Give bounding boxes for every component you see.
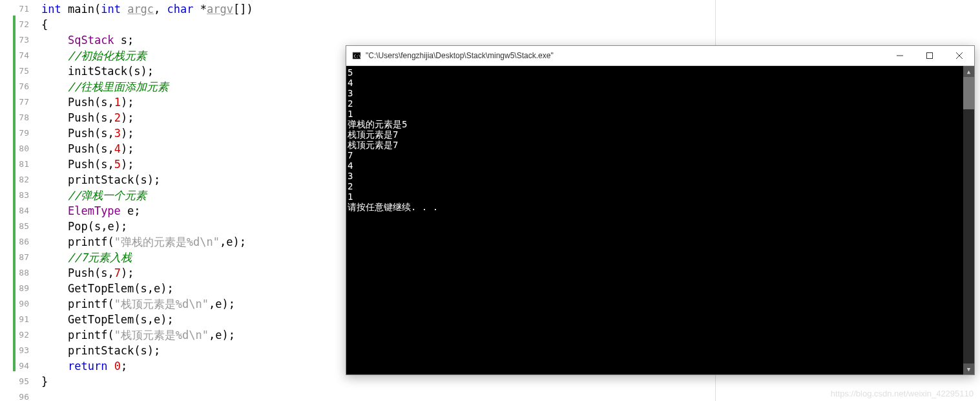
window-title: "C:\Users\fengzhijia\Desktop\Stack\mingw… [366,51,885,60]
code-line[interactable]: printf("栈顶元素是%d\n",e); [41,327,253,343]
line-number: 93 [0,343,36,358]
console-body[interactable]: 5 4 3 2 1 弹栈的元素是5 栈顶元素是7 栈顶元素是7 7 4 3 2 … [346,66,974,374]
code-line[interactable]: initStack(s); [41,63,253,79]
line-number: 89 [0,281,36,296]
line-number: 78 [0,110,36,125]
scrollbar[interactable]: ▲ ▼ [963,66,974,374]
line-number: 96 [0,389,36,401]
line-number: 87 [0,250,36,265]
code-line[interactable]: //弹栈一个元素 [41,188,253,203]
code-line[interactable]: } [41,374,253,389]
code-line[interactable]: GetTopElem(s,e); [41,281,253,296]
titlebar[interactable]: C:\ "C:\Users\fengzhijia\Desktop\Stack\m… [346,46,974,66]
code-line[interactable]: SqStack s; [41,32,253,48]
line-number: 88 [0,265,36,281]
code-line[interactable]: printf("弹栈的元素是%d\n",e); [41,234,253,250]
code-line[interactable]: int main(int argc, char *argv[]) [41,1,253,17]
console-output: 5 4 3 2 1 弹栈的元素是5 栈顶元素是7 栈顶元素是7 7 4 3 2 … [346,66,963,374]
watermark: https://blog.csdn.net/weixin_42295110 [831,389,974,398]
code-line[interactable]: return 0; [41,358,253,374]
line-number: 95 [0,374,36,389]
code-line[interactable] [41,389,253,401]
code-line[interactable]: Push(s,3); [41,125,253,141]
line-number: 73 [0,32,36,48]
cmd-icon: C:\ [351,50,362,61]
code-line[interactable]: { [41,17,253,32]
line-number: 74 [0,48,36,63]
svg-text:C:\: C:\ [354,54,361,58]
scroll-thumb[interactable] [963,77,974,109]
line-number: 83 [0,188,36,203]
line-number: 80 [0,141,36,157]
code-line[interactable]: GetTopElem(s,e); [41,312,253,327]
line-number: 79 [0,125,36,141]
close-button[interactable] [944,46,974,66]
code-line[interactable]: printStack(s); [41,172,253,188]
line-number: 81 [0,157,36,172]
code-line[interactable]: Push(s,7); [41,265,253,281]
console-window[interactable]: C:\ "C:\Users\fengzhijia\Desktop\Stack\m… [346,45,975,375]
code-line[interactable]: //初始化栈元素 [41,48,253,63]
line-number: 85 [0,219,36,234]
code-line[interactable]: Push(s,2); [41,110,253,125]
line-number: 90 [0,296,36,312]
line-number: 75 [0,63,36,79]
line-number: 91 [0,312,36,327]
code-line[interactable]: ElemType e; [41,203,253,219]
line-number: 76 [0,79,36,94]
line-number: 92 [0,327,36,343]
code-line[interactable]: //往栈里面添加元素 [41,79,253,94]
scroll-up-icon[interactable]: ▲ [963,66,974,77]
svg-rect-4 [927,53,933,59]
code-line[interactable]: Push(s,4); [41,141,253,157]
code-line[interactable]: //7元素入栈 [41,250,253,265]
line-number: 86 [0,234,36,250]
code-line[interactable]: printStack(s); [41,343,253,358]
code-line[interactable]: Pop(s,e); [41,219,253,234]
maximize-button[interactable] [915,46,944,66]
code-line[interactable]: Push(s,5); [41,157,253,172]
line-number: 72 [0,17,36,32]
line-number: 84 [0,203,36,219]
line-number: 71 [0,1,36,17]
code-line[interactable]: printf("栈顶元素是%d\n",e); [41,296,253,312]
window-controls [885,46,974,66]
line-number: 77 [0,94,36,110]
line-number: 82 [0,172,36,188]
line-number: 94 [0,358,36,374]
line-gutter: 7172737475767778798081828384858687888990… [0,0,39,401]
scroll-down-icon[interactable]: ▼ [963,363,974,374]
code-area[interactable]: int main(int argc, char *argv[]){ SqStac… [41,0,253,401]
code-line[interactable]: Push(s,1); [41,94,253,110]
minimize-button[interactable] [885,46,915,66]
